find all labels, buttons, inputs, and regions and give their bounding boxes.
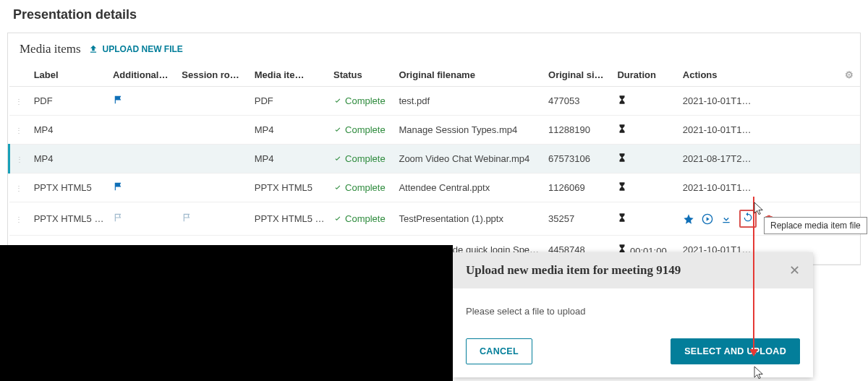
upload-new-file-label: UPLOAD NEW FILE [103, 44, 183, 54]
cell-duration [613, 116, 678, 145]
hourglass-icon [617, 94, 627, 106]
flag-icon[interactable] [113, 95, 124, 105]
cell-media-item: MP4 [250, 145, 329, 174]
cell-session [177, 202, 250, 236]
cell-session [177, 116, 250, 145]
cell-filename: Manage Session Types.mp4 [394, 116, 544, 145]
modal-title: Upload new media item for meeting 9149 [466, 263, 681, 278]
col-filename[interactable]: Original filename [394, 64, 544, 87]
hourglass-icon [617, 181, 627, 192]
col-duration[interactable]: Duration [613, 64, 678, 87]
actions-timestamp: 2021-10-01T1… [683, 95, 752, 106]
cell-actions: 2021-10-01T1… [678, 116, 838, 145]
actions-timestamp: 2021-10-01T1… [683, 182, 752, 193]
cell-label: MP4 [30, 145, 109, 174]
cell-session [177, 174, 250, 202]
cell-additional [109, 87, 177, 116]
cell-filename: Zoom Video Chat Webinar.mp4 [394, 145, 544, 174]
col-label[interactable]: Label [30, 64, 109, 87]
cancel-button[interactable]: CANCEL [466, 338, 532, 364]
cell-label: PPTX HTML5 [30, 174, 109, 202]
col-session[interactable]: Session ro… [177, 64, 250, 87]
drag-handle[interactable]: ⋮ [9, 116, 30, 145]
cell-duration [613, 202, 678, 236]
hourglass-icon [617, 123, 627, 134]
panel-heading: Media items [20, 42, 81, 56]
media-items-table: Label Additional… Session ro… Media ite…… [8, 64, 860, 265]
table-row[interactable]: ⋮ PDF PDF Complete test.pdf 477053 2021-… [9, 87, 861, 116]
cell-filename: test.pdf [394, 87, 544, 116]
upload-modal: Upload new media item for meeting 9149 ✕… [453, 252, 813, 377]
gear-icon[interactable]: ⚙ [845, 69, 854, 80]
page-title: Presentation details [0, 0, 868, 33]
replace-icon[interactable] [742, 212, 754, 223]
lower-blackout [0, 245, 453, 381]
select-and-upload-button[interactable]: SELECT AND UPLOAD [671, 338, 800, 364]
drag-handle[interactable]: ⋮ [9, 174, 30, 202]
cell-filename: Attendee Central.pptx [394, 174, 544, 202]
cell-actions: 2021-08-17T2… [678, 145, 838, 174]
cell-filename: TestPresentation (1).pptx [394, 202, 544, 236]
cell-media-item: PDF [250, 87, 329, 116]
col-media-item[interactable]: Media ite… [250, 64, 329, 87]
cell-status: Complete [329, 116, 394, 145]
cell-duration [613, 145, 678, 174]
cell-media-item: PPTX HTML5 [250, 174, 329, 202]
cell-media-item: MP4 [250, 116, 329, 145]
hourglass-icon [617, 212, 627, 223]
replace-tooltip: Replace media item file [764, 217, 867, 234]
star-icon[interactable] [683, 213, 694, 225]
modal-body-text: Please select a file to upload [453, 288, 813, 330]
cell-actions: 2021-10-01T1… [678, 87, 838, 116]
cell-duration [613, 174, 678, 202]
upload-icon [88, 44, 98, 54]
close-icon[interactable]: ✕ [789, 262, 800, 278]
table-row[interactable]: ⋮ MP4 MP4 Complete Zoom Video Chat Webin… [9, 145, 861, 174]
cell-duration [613, 87, 678, 116]
download-icon[interactable] [720, 213, 732, 225]
col-status[interactable]: Status [329, 64, 394, 87]
cell-label: PPTX HTML5 … [30, 202, 109, 236]
cell-status: Complete [329, 174, 394, 202]
drag-handle[interactable]: ⋮ [9, 202, 30, 236]
col-additional[interactable]: Additional… [109, 64, 177, 87]
actions-timestamp: 2021-08-17T2… [683, 153, 752, 164]
cell-additional [109, 174, 177, 202]
play-icon[interactable] [702, 213, 713, 225]
actions-timestamp: 2021-10-01T1… [683, 124, 752, 135]
cell-label: PDF [30, 87, 109, 116]
cell-additional [109, 202, 177, 236]
flag-icon[interactable] [113, 181, 124, 192]
cell-session [177, 87, 250, 116]
flag-icon[interactable] [113, 213, 124, 223]
cell-size: 11288190 [544, 116, 613, 145]
cell-size: 1126069 [544, 174, 613, 202]
table-row[interactable]: ⋮ PPTX HTML5 … PPTX HTML5 … Complete Tes… [9, 202, 861, 236]
cell-additional [109, 116, 177, 145]
cell-size: 477053 [544, 87, 613, 116]
col-size[interactable]: Original si… [544, 64, 613, 87]
cell-size: 35257 [544, 202, 613, 236]
cell-session [177, 145, 250, 174]
cell-actions: 2021-10-01T1… [678, 174, 838, 202]
cell-status: Complete [329, 87, 394, 116]
cell-size: 67573106 [544, 145, 613, 174]
cell-status: Complete [329, 202, 394, 236]
col-actions[interactable]: Actions [678, 64, 838, 87]
table-row[interactable]: ⋮ PPTX HTML5 PPTX HTML5 Complete Attende… [9, 174, 861, 202]
table-row[interactable]: ⋮ MP4 MP4 Complete Manage Session Types.… [9, 116, 861, 145]
drag-handle[interactable]: ⋮ [9, 87, 30, 116]
annotation-arrow [753, 197, 754, 356]
flag-icon[interactable] [182, 213, 193, 223]
drag-handle[interactable]: ⋮ [9, 145, 30, 174]
cell-status: Complete [329, 145, 394, 174]
media-items-panel: Media items UPLOAD NEW FILE Label Additi… [7, 33, 861, 265]
cell-additional [109, 145, 177, 174]
cell-label: MP4 [30, 116, 109, 145]
hourglass-icon [617, 152, 627, 163]
cell-media-item: PPTX HTML5 … [250, 202, 329, 236]
upload-new-file-link[interactable]: UPLOAD NEW FILE [88, 44, 183, 54]
